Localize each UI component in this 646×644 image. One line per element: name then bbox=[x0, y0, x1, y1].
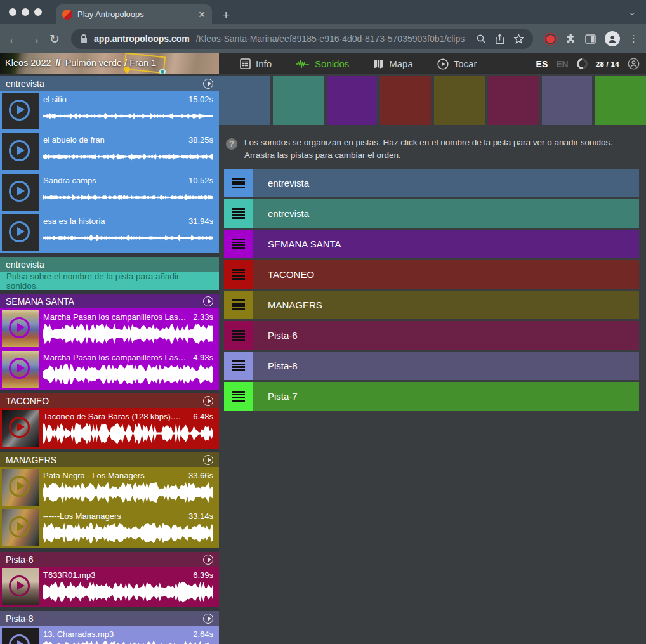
track-drag-handle[interactable] bbox=[224, 352, 253, 380]
clip-item[interactable]: T633R01.mp36.39s bbox=[0, 567, 219, 607]
track-color-square[interactable] bbox=[434, 76, 485, 125]
track-row-name: entrevista bbox=[268, 208, 309, 219]
tab-search-chevron-icon[interactable]: ⌄ bbox=[628, 7, 636, 17]
sidebar-track-header[interactable]: Pista-8 bbox=[0, 611, 219, 626]
clip-item[interactable]: el abuelo de fran38.25s bbox=[0, 131, 219, 172]
clip-play-icon[interactable] bbox=[9, 358, 30, 379]
clip-name: Marcha Pasan los campanilleros Las Mejor… bbox=[43, 353, 188, 362]
clip-play-icon[interactable] bbox=[9, 476, 30, 497]
reload-button[interactable]: ↻ bbox=[49, 33, 60, 45]
clip-waveform bbox=[43, 187, 213, 208]
breadcrumb-path: Pulmón verde / Fran 1 bbox=[65, 58, 156, 68]
project-hero-image[interactable]: Kleos 2022//Pulmón verde / Fran 1 bbox=[0, 53, 219, 74]
nav-item-mapa[interactable]: Mapa bbox=[361, 53, 425, 74]
track-color-square[interactable] bbox=[488, 76, 539, 125]
extensions-puzzle-icon[interactable] bbox=[565, 34, 576, 44]
play-track-icon[interactable] bbox=[203, 455, 213, 465]
browser-menu-icon[interactable]: ⋮ bbox=[629, 33, 638, 44]
sidebar-track-header[interactable]: TACONEO bbox=[0, 393, 219, 408]
clip-item[interactable]: Taconeo de Sara Baras (128 kbps).mp36.48… bbox=[0, 408, 219, 449]
track-color-square[interactable] bbox=[380, 76, 431, 125]
recording-extension-icon[interactable] bbox=[546, 35, 555, 43]
browser-tab[interactable]: Play Antropoloops ✕ bbox=[56, 4, 212, 24]
clip-item[interactable]: el sitio15.02s bbox=[0, 91, 219, 131]
clip-item[interactable]: 13. Charradas.mp32.64s bbox=[0, 626, 219, 644]
track-drag-handle[interactable] bbox=[224, 230, 253, 258]
side-panel-icon[interactable] bbox=[585, 34, 596, 44]
sidebar-track-header[interactable]: entrevista bbox=[0, 257, 219, 272]
clip-meta: esa es la historia31.94s bbox=[43, 216, 213, 226]
clip-thumbnail bbox=[2, 310, 39, 347]
forward-button[interactable]: → bbox=[29, 33, 41, 45]
track-drag-handle[interactable] bbox=[224, 382, 253, 411]
maximize-window-button[interactable] bbox=[34, 8, 42, 16]
track-rows: entrevistaentrevistaSEMANA SANTATACONEOM… bbox=[219, 169, 646, 411]
sidebar-track-header[interactable]: Pista-6 bbox=[0, 552, 219, 567]
play-track-icon[interactable] bbox=[203, 396, 213, 406]
track-row-bar[interactable]: Pista-7 bbox=[253, 382, 639, 411]
track-row-bar[interactable]: entrevista bbox=[253, 199, 639, 228]
nav-label-tocar: Tocar bbox=[454, 58, 477, 69]
language-en[interactable]: EN bbox=[556, 59, 568, 69]
clip-item[interactable]: ------Los Mananagers33.14s bbox=[0, 508, 219, 548]
share-icon[interactable] bbox=[495, 34, 504, 44]
profile-avatar[interactable] bbox=[605, 31, 620, 46]
clip-play-icon[interactable] bbox=[9, 634, 30, 644]
clip-thumbnail bbox=[2, 469, 39, 506]
play-track-icon[interactable] bbox=[203, 79, 213, 89]
address-bar[interactable]: app.antropoloops.com /Kleos-Santa-Marina… bbox=[71, 29, 533, 49]
track-row-bar[interactable]: entrevista bbox=[253, 169, 639, 197]
clip-item[interactable]: Sandra camps10.52s bbox=[0, 172, 219, 213]
clip-play-icon[interactable] bbox=[9, 100, 30, 121]
track-color-square[interactable] bbox=[273, 76, 324, 125]
track-row-bar[interactable]: TACONEO bbox=[253, 260, 639, 289]
nav-item-sonidos[interactable]: Sonidos bbox=[284, 53, 361, 74]
clip-meta: ------Los Mananagers33.14s bbox=[43, 511, 213, 521]
track-drag-handle[interactable] bbox=[224, 321, 253, 350]
clip-thumbnail bbox=[2, 133, 39, 170]
play-track-icon[interactable] bbox=[203, 614, 213, 624]
nav-label-info: Info bbox=[256, 58, 272, 69]
sidebar-track-header[interactable]: SEMANA SANTA bbox=[0, 294, 219, 308]
track-drag-handle[interactable] bbox=[224, 169, 253, 197]
sidebar-track-header[interactable]: entrevista bbox=[0, 76, 219, 91]
clip-name: 13. Charradas.mp3 bbox=[43, 629, 114, 639]
minimize-window-button[interactable] bbox=[22, 8, 29, 16]
track-color-square[interactable] bbox=[327, 76, 378, 125]
track-drag-handle[interactable] bbox=[224, 260, 253, 289]
clip-item[interactable]: esa es la historia31.94s bbox=[0, 213, 219, 253]
clip-play-icon[interactable] bbox=[9, 140, 30, 161]
track-row-bar[interactable]: Pista-6 bbox=[253, 321, 639, 350]
close-window-button[interactable] bbox=[9, 8, 16, 16]
play-track-icon[interactable] bbox=[203, 296, 213, 306]
play-track-icon[interactable] bbox=[203, 555, 213, 565]
language-es[interactable]: ES bbox=[536, 59, 548, 69]
back-button[interactable]: ← bbox=[8, 33, 20, 45]
clip-item[interactable]: Marcha Pasan los campanilleros Las Mejor… bbox=[0, 349, 219, 390]
clip-play-icon[interactable] bbox=[9, 317, 30, 338]
close-tab-icon[interactable]: ✕ bbox=[198, 10, 206, 20]
clip-item[interactable]: Pata Negra - Los Managers33.66s bbox=[0, 467, 219, 508]
track-color-square[interactable] bbox=[219, 76, 270, 125]
track-row-bar[interactable]: SEMANA SANTA bbox=[253, 230, 639, 258]
clip-play-icon[interactable] bbox=[9, 516, 30, 537]
nav-item-tocar[interactable]: Tocar bbox=[425, 53, 489, 74]
track-drag-handle[interactable] bbox=[224, 199, 253, 228]
track-row-bar[interactable]: Pista-8 bbox=[253, 352, 639, 380]
clip-play-icon[interactable] bbox=[9, 417, 30, 438]
account-icon[interactable] bbox=[628, 58, 640, 70]
track-color-square[interactable] bbox=[542, 76, 593, 125]
clip-item[interactable]: Marcha Pasan los campanilleros Las Mejor… bbox=[0, 308, 219, 349]
sidebar-track-header[interactable]: MANAGERS bbox=[0, 452, 219, 467]
clip-play-icon[interactable] bbox=[9, 575, 30, 596]
zoom-icon[interactable] bbox=[476, 34, 486, 44]
track-row-bar[interactable]: MANAGERS bbox=[253, 291, 639, 319]
clip-play-icon[interactable] bbox=[9, 181, 30, 202]
nav-item-info[interactable]: Info bbox=[228, 53, 284, 74]
clip-play-icon[interactable] bbox=[9, 221, 30, 242]
sidebar-track-section: entrevistael sitio15.02sel abuelo de fra… bbox=[0, 76, 219, 253]
track-drag-handle[interactable] bbox=[224, 291, 253, 319]
track-color-square[interactable] bbox=[595, 76, 646, 125]
new-tab-button[interactable]: + bbox=[222, 8, 230, 22]
bookmark-star-icon[interactable] bbox=[513, 34, 524, 44]
